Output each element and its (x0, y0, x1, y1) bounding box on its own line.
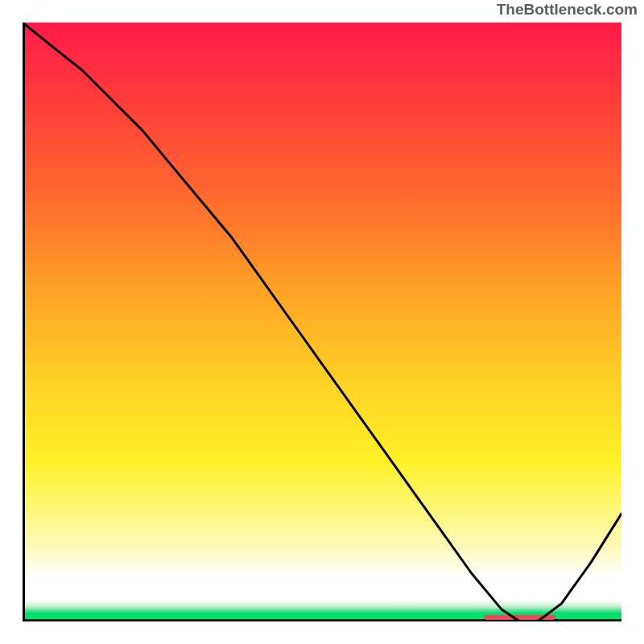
attribution-text: TheBottleneck.com (497, 1, 638, 19)
chart-curve (23, 23, 621, 621)
chart-area (23, 23, 621, 621)
